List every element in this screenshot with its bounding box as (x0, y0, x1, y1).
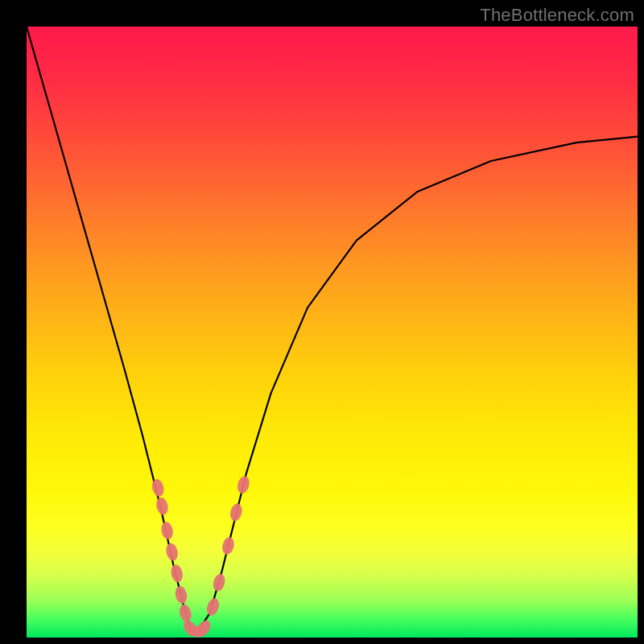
data-marker (212, 572, 227, 592)
marker-group (151, 475, 251, 638)
data-marker (164, 542, 180, 562)
curve-group (27, 27, 638, 631)
data-marker (178, 603, 193, 623)
data-marker (229, 502, 244, 522)
watermark-label: TheBottleneck.com (480, 5, 634, 26)
data-marker (155, 497, 169, 516)
chart-container: TheBottleneck.com (0, 0, 644, 644)
chart-overlay (27, 27, 638, 638)
plot-area (27, 27, 638, 638)
data-marker (221, 536, 236, 556)
data-marker (236, 475, 251, 495)
data-marker (159, 521, 174, 540)
bottleneck-curve-path (27, 27, 638, 631)
data-marker (204, 597, 221, 617)
data-marker (151, 478, 166, 498)
data-marker (170, 564, 184, 583)
data-marker (174, 585, 188, 605)
